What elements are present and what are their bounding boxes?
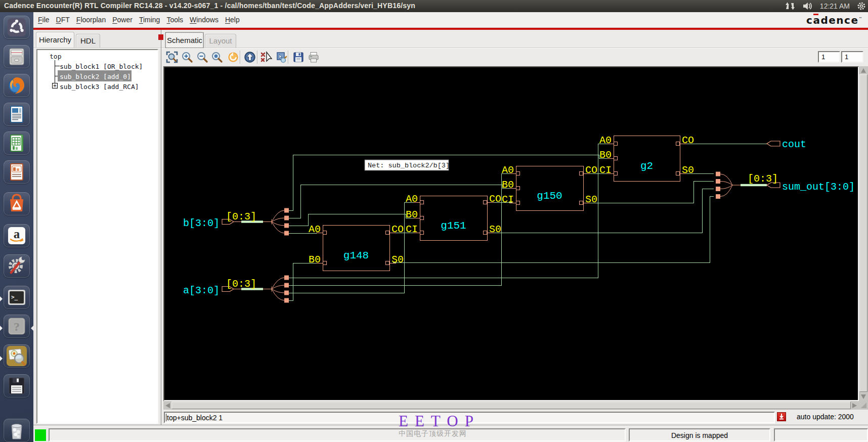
network-icon[interactable] — [785, 2, 796, 10]
h-scroll-thumb[interactable] — [171, 402, 851, 409]
port-label-B0: B0 — [599, 149, 612, 161]
launcher-item-settings[interactable] — [4, 254, 30, 278]
pin-g151-CO — [484, 201, 487, 204]
instance-label-g151: g151 — [441, 220, 466, 232]
zoom-selected-button[interactable] — [211, 51, 223, 63]
print-button[interactable] — [308, 51, 320, 63]
tab-schematic[interactable]: Schematic — [165, 32, 203, 48]
port-label-S0: S0 — [682, 164, 694, 176]
svg-text:>_: >_ — [11, 294, 18, 300]
command-input[interactable]: top+sub_block2 1 — [164, 412, 775, 423]
port-label-CI: CI — [599, 164, 612, 176]
running-pip — [0, 356, 3, 361]
fan-bit-square — [716, 194, 720, 199]
zoom-in-button[interactable] — [181, 51, 193, 63]
input-label-a[3:0]: a[3:0] — [183, 285, 220, 296]
v-scroll-thumb[interactable] — [859, 74, 867, 392]
scroll-down-icon[interactable] — [861, 394, 866, 399]
toolbar-separator — [240, 51, 241, 64]
fan-branch — [720, 174, 732, 185]
port-label-CI: CI — [502, 194, 514, 205]
running-pip — [0, 326, 3, 331]
tab-layout[interactable]: Layout — [205, 34, 236, 48]
menu-dft[interactable]: DFT — [56, 12, 70, 28]
running-pip — [0, 296, 3, 301]
menu-file[interactable]: File — [38, 12, 50, 28]
tree-node-sub_block2[interactable]: sub_block2 [add_0] — [60, 73, 131, 80]
h-scrollbar[interactable] — [163, 401, 859, 410]
launcher-item-files[interactable] — [4, 45, 30, 68]
launcher-item-ubuntu-dash[interactable] — [4, 16, 30, 39]
launcher-item-trash[interactable] — [4, 419, 30, 442]
clock[interactable]: 12:21 AM — [820, 2, 850, 10]
resize-grip[interactable] — [859, 401, 868, 410]
port-label-S0: S0 — [392, 254, 404, 266]
launcher-item-calc[interactable] — [4, 131, 30, 155]
launcher-item-writer[interactable] — [4, 103, 30, 126]
status-field-message: Design is mapped — [629, 428, 770, 441]
download-arrow-icon — [777, 413, 786, 421]
instance-label-g150: g150 — [537, 190, 562, 202]
fan-branch — [272, 289, 284, 301]
fan-bit-square — [284, 276, 289, 280]
launcher-item-amazon[interactable]: a — [4, 224, 30, 247]
menu-tools[interactable]: Tools — [166, 12, 183, 28]
file-cabinet-icon — [7, 47, 27, 67]
menu-power[interactable]: Power — [112, 12, 133, 28]
launcher-item-floppy[interactable] — [4, 374, 30, 397]
command-run-button[interactable] — [777, 412, 786, 421]
tab-hierarchy[interactable]: Hierarchy — [36, 32, 74, 48]
launcher-item-terminal[interactable]: >_ — [4, 286, 30, 309]
fan-bit-square — [284, 208, 289, 213]
save-button[interactable] — [292, 51, 305, 63]
status-message: Design is mapped — [630, 429, 769, 439]
scroll-up-icon[interactable] — [861, 68, 866, 73]
fan-bit-square — [716, 179, 720, 184]
main-tabrow: Schematic Layout — [161, 30, 868, 48]
tab-hdl[interactable]: HDL — [76, 34, 100, 48]
port-label-CO: CO — [682, 135, 694, 146]
menu-help[interactable]: Help — [225, 12, 240, 28]
fan-bit-square — [284, 224, 289, 228]
tree-node-sub_block3[interactable]: sub_block3 [add_RCA] — [60, 83, 139, 91]
port-label-A0: A0 — [599, 135, 612, 146]
menu-timing[interactable]: Timing — [139, 12, 160, 28]
reload-button[interactable] — [227, 51, 239, 63]
left-tabrow: Hierarchy HDL — [33, 30, 161, 48]
launcher-item-help[interactable]: ? — [4, 315, 30, 338]
tree-expander-icon[interactable]: + — [52, 83, 58, 89]
select-probe-button[interactable] — [276, 51, 288, 63]
deselect-button[interactable] — [261, 51, 273, 63]
launcher-item-screenshot[interactable] — [4, 344, 30, 368]
zoom-out-button[interactable] — [196, 51, 208, 63]
schematic-canvas[interactable]: g148A0B0COS0g151A0B0CICOS0g150A0B0CICOS0… — [163, 66, 859, 401]
toolbar-separator — [257, 51, 258, 64]
ubuntu-logo-icon — [7, 17, 27, 37]
menu-windows[interactable]: Windows — [190, 12, 219, 28]
menu-floorplan[interactable]: Floorplan — [76, 12, 106, 28]
pin-g151-S0 — [484, 231, 487, 235]
fan-bit-square — [284, 216, 289, 220]
volume-icon[interactable] — [803, 2, 813, 10]
port-label-B0: B0 — [502, 179, 514, 191]
tree-node-sub_block1[interactable]: sub_block1 [OR_block] — [60, 63, 143, 70]
instance-g2 — [614, 136, 680, 181]
pin-g148-B0 — [323, 261, 327, 265]
settings-gear-wrench-icon — [6, 255, 27, 277]
tree-node-top[interactable]: top — [50, 53, 61, 60]
hierarchy-panel: Hierarchy HDL top sub_block1 [OR_block] … — [33, 30, 161, 425]
bus-range-label: [0:3] — [226, 278, 256, 290]
instance-g148 — [323, 225, 389, 271]
page-field-1[interactable]: 1 — [818, 51, 840, 63]
up-level-button[interactable] — [244, 51, 256, 63]
screen: Cadence Encounter(R) RTL Compiler RC14.2… — [0, 0, 868, 442]
launcher-item-firefox[interactable] — [4, 74, 30, 97]
session-gear-icon[interactable] — [857, 2, 866, 11]
v-scrollbar[interactable] — [859, 66, 868, 401]
zoom-fit-button[interactable] — [166, 51, 178, 63]
page-field-2[interactable]: 1 — [841, 51, 863, 63]
launcher-item-impress[interactable] — [4, 160, 30, 184]
launcher-item-software-center[interactable] — [4, 192, 30, 215]
scroll-right-icon[interactable] — [852, 403, 857, 408]
scroll-left-icon[interactable] — [165, 403, 170, 408]
